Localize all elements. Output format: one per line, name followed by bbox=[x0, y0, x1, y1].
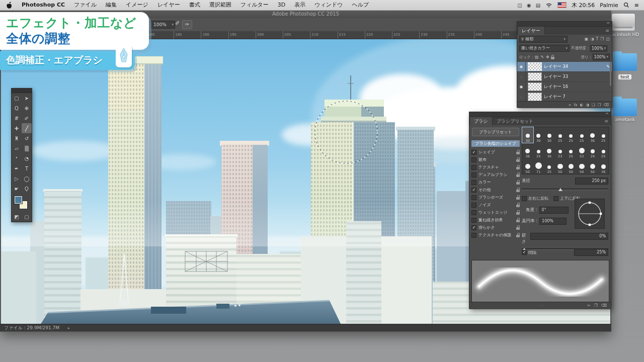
tab-brush-presets[interactable]: ブラシプリセット bbox=[493, 117, 538, 125]
new-brush-icon[interactable]: ❐ bbox=[594, 303, 598, 308]
notification-center-icon[interactable]: ≡ bbox=[634, 2, 639, 9]
brush-option-row[interactable]: デュアルブラシ bbox=[471, 171, 520, 178]
pen-tool[interactable]: ✒ bbox=[12, 163, 22, 173]
history-brush-tool[interactable]: ↺ bbox=[22, 133, 32, 143]
brush-option-row[interactable]: テクスチャの保護 bbox=[471, 231, 520, 239]
spacing-field[interactable]: 25% bbox=[574, 249, 608, 256]
brush-preset[interactable]: 25 bbox=[598, 127, 609, 143]
fill-field[interactable]: 100% ▾ bbox=[593, 54, 610, 60]
tab-brush[interactable]: ブラシ bbox=[469, 117, 493, 125]
brush-option-row[interactable]: テクスチャ bbox=[471, 163, 520, 171]
angle-roundness-control[interactable] bbox=[575, 199, 605, 229]
flip-x-checkbox[interactable]: 左右に反転 bbox=[522, 196, 548, 201]
hardness-field[interactable]: 0% bbox=[530, 233, 608, 240]
hand-tool[interactable]: ☛ bbox=[12, 184, 22, 194]
filter-type-icon[interactable]: T bbox=[596, 37, 598, 42]
brush-option-row[interactable]: ウェットエッジ bbox=[471, 209, 520, 216]
brush-preset[interactable]: 25 bbox=[577, 127, 588, 143]
brush-presets-button[interactable]: ブラシプリセット bbox=[472, 128, 519, 136]
brush-preset[interactable]: 36 bbox=[587, 127, 598, 143]
checkbox-icon[interactable] bbox=[471, 233, 476, 238]
layer-row[interactable]: ▫レイヤー 33 bbox=[517, 72, 612, 82]
layer-group-icon[interactable]: ❏ bbox=[592, 103, 595, 108]
visibility-eye-icon[interactable]: ▫ bbox=[517, 92, 526, 101]
brush-option-row[interactable]: ブラシポーズ bbox=[471, 194, 520, 201]
path-selection-tool[interactable]: ▷ bbox=[12, 173, 22, 184]
brush-preset[interactable]: 50 bbox=[566, 158, 577, 174]
type-tool[interactable]: T bbox=[22, 163, 32, 173]
brush-preset[interactable]: 23 bbox=[555, 143, 566, 158]
checkbox-checked-icon[interactable]: ✓ bbox=[471, 188, 476, 193]
blur-tool[interactable]: ❜ bbox=[12, 153, 22, 163]
link-layers-icon[interactable]: ∞ bbox=[568, 103, 571, 108]
panel-menu-icon[interactable]: ≡ bbox=[605, 111, 609, 116]
menu-item-5[interactable]: 書式 bbox=[185, 0, 205, 10]
brush-option-row[interactable]: ノイズ bbox=[471, 201, 520, 209]
eyedropper-tool[interactable]: ✐ bbox=[22, 113, 32, 123]
crop-tool[interactable]: # bbox=[12, 113, 22, 123]
checkbox-icon[interactable] bbox=[471, 210, 476, 215]
display-mirroring-icon[interactable]: ◫ bbox=[517, 3, 522, 8]
layers-scrollbar[interactable] bbox=[610, 62, 611, 86]
checkbox-icon[interactable] bbox=[471, 172, 476, 177]
zoom-tool[interactable]: Ϙ bbox=[22, 184, 32, 194]
filter-pixel-icon[interactable]: ▣ bbox=[585, 37, 589, 42]
opacity-field[interactable]: 100% ▾ bbox=[590, 45, 607, 52]
brush-option-row[interactable]: 散布 bbox=[471, 156, 520, 163]
brush-preset[interactable]: 30 bbox=[533, 127, 544, 143]
quick-mask[interactable]: ◩ bbox=[12, 212, 22, 222]
menu-item-11[interactable]: ヘルプ bbox=[347, 0, 373, 10]
delete-brush-icon[interactable]: ⌫ bbox=[601, 303, 607, 308]
menu-user[interactable]: Palmie bbox=[600, 2, 618, 9]
brush-tool[interactable]: ╱ bbox=[22, 123, 32, 133]
menu-item-3[interactable]: イメージ bbox=[121, 0, 153, 10]
layer-row[interactable]: ◉レイヤー 16 bbox=[517, 82, 612, 92]
slider-thumb[interactable] bbox=[558, 186, 562, 191]
layer-row[interactable]: ◉レイヤー 34✎ bbox=[517, 62, 612, 72]
checkbox-icon[interactable] bbox=[471, 165, 476, 170]
brush-preset[interactable]: 30 bbox=[522, 127, 533, 143]
menu-item-photoshop[interactable]: Photoshop CC bbox=[17, 0, 69, 10]
brush-preset[interactable]: 25 bbox=[544, 158, 555, 174]
angle-field[interactable]: 0° bbox=[539, 207, 569, 214]
apple-menu[interactable] bbox=[0, 2, 17, 9]
menu-item-2[interactable]: 編集 bbox=[101, 0, 121, 10]
roundness-field[interactable]: 100% bbox=[539, 218, 567, 225]
brush-option-row[interactable]: ✓その他 bbox=[471, 186, 520, 194]
diameter-field[interactable]: 250 px bbox=[575, 177, 608, 185]
checkbox-icon[interactable] bbox=[471, 180, 476, 185]
checkbox-icon[interactable] bbox=[471, 195, 476, 200]
brush-preset[interactable]: 25 bbox=[598, 143, 609, 158]
brush-preset[interactable]: 36 bbox=[544, 143, 555, 158]
spotlight-search-icon[interactable] bbox=[623, 2, 629, 8]
checkbox-icon[interactable] bbox=[471, 203, 476, 208]
brush-preset[interactable]: 25 bbox=[566, 127, 577, 143]
shield-icon[interactable]: ◉ bbox=[527, 3, 531, 8]
checkbox-checked-icon[interactable]: ✓ bbox=[471, 225, 476, 230]
adjustment-layer-icon[interactable]: ◑ bbox=[586, 103, 589, 108]
status-arrow-icon[interactable]: ▸ bbox=[68, 326, 70, 330]
brush-option-row[interactable]: カラー bbox=[471, 178, 520, 186]
lock-pixels-icon[interactable]: ✎ bbox=[541, 55, 544, 60]
diameter-slider[interactable] bbox=[522, 187, 608, 191]
move-tool[interactable]: ➤ bbox=[22, 93, 32, 103]
menu-item-4[interactable]: レイヤー bbox=[153, 0, 185, 10]
brush-preset[interactable]: 25 bbox=[566, 143, 577, 158]
dodge-tool[interactable]: ◔ bbox=[22, 153, 32, 163]
spacing-checkbox[interactable]: ✓間隔 bbox=[522, 250, 536, 255]
brush-option-row[interactable]: 重ね描き効果 bbox=[471, 216, 520, 224]
checkbox-checked-icon[interactable]: ✓ bbox=[471, 150, 476, 155]
rectangular-marquee-tool[interactable]: ▢ bbox=[12, 93, 22, 103]
menu-item-8[interactable]: 3D bbox=[273, 0, 290, 10]
panel-flyout-icon[interactable]: ≡ bbox=[604, 119, 608, 124]
quick-selection-tool[interactable]: ❉ bbox=[22, 103, 32, 113]
layer-thumbnail[interactable] bbox=[528, 93, 542, 101]
tools-palette-header[interactable] bbox=[12, 88, 32, 93]
gradient-tool[interactable]: ▒ bbox=[22, 143, 32, 153]
layer-mask-icon[interactable]: ◐ bbox=[580, 103, 584, 108]
layer-thumbnail[interactable] bbox=[528, 72, 542, 81]
layer-thumbnail[interactable] bbox=[528, 62, 542, 71]
keyboard-icon[interactable]: ▤ bbox=[536, 3, 540, 8]
eraser-tool[interactable]: ▱ bbox=[12, 143, 22, 153]
airbrush-icon[interactable]: ✐ bbox=[175, 20, 180, 27]
